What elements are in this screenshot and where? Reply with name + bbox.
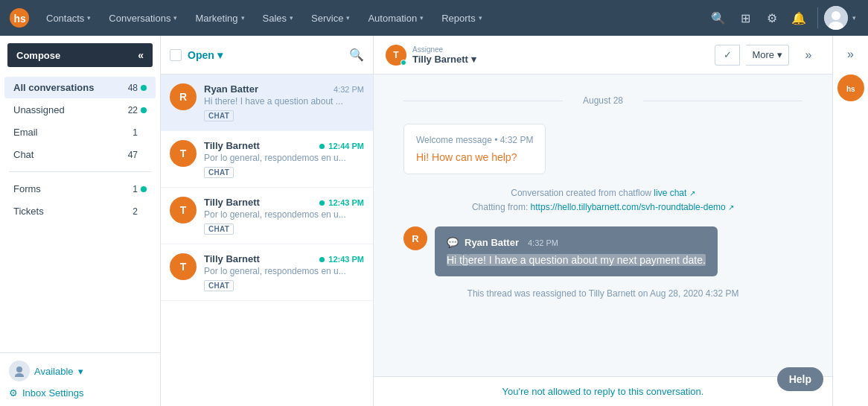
compose-button[interactable]: Compose « [7, 43, 153, 67]
assignee-name[interactable]: Tilly Barnett ▾ [412, 54, 476, 65]
right-panel: » hs [832, 36, 868, 406]
chatflow-url-link[interactable]: https://hello.tillybarnett.com/svh-round… [531, 202, 734, 212]
avatar: T [170, 140, 197, 167]
online-indicator [401, 60, 406, 66]
chat-footer: You're not allowed to reply to this conv… [374, 376, 832, 406]
chat-messages: August 28 Welcome message • 4:32 PM Hi! … [374, 74, 832, 376]
incoming-message-wrapper: R 💬 Ryan Batter 4:32 PM Hi there! I have… [403, 226, 802, 276]
nav-service[interactable]: Service ▾ [304, 8, 357, 28]
avatar-placeholder [9, 361, 30, 381]
account-chevron[interactable]: ▾ [849, 11, 859, 25]
left-sidebar: Compose « All conversations 48 Unassigne… [0, 36, 161, 406]
nav-contacts[interactable]: Contacts ▾ [39, 8, 98, 28]
chevron-down-icon: ▾ [241, 14, 245, 22]
check-button[interactable]: ✓ [715, 45, 740, 66]
reassign-note: This thread was reassigned to Tilly Barn… [403, 288, 802, 299]
unread-dot [141, 85, 147, 91]
conversation-item[interactable]: T Tilly Barnett 12:44 PM Por lo general,… [161, 131, 373, 188]
sidebar-separator [9, 171, 151, 172]
collapse-right-panel-button[interactable]: » [843, 43, 858, 66]
chevron-down-icon: ▾ [78, 366, 83, 377]
conv-list-header: Open ▾ 🔍 [161, 36, 373, 74]
sidebar-item-forms[interactable]: Forms 1 [4, 178, 156, 200]
sidebar-item-tickets[interactable]: Tickets 2 [4, 200, 156, 222]
conversation-items: R Ryan Batter 4:32 PM Hi there! I have a… [161, 74, 373, 406]
hubspot-logo[interactable]: hs [9, 7, 30, 28]
sender-avatar: R [403, 226, 427, 250]
inbox-settings-link[interactable]: ⚙ Inbox Settings [9, 387, 151, 399]
nav-sales[interactable]: Sales ▾ [255, 8, 301, 28]
date-divider: August 28 [403, 95, 802, 106]
chevron-down-icon: ▾ [777, 49, 782, 60]
unread-dot [141, 107, 147, 113]
nav-automation[interactable]: Automation ▾ [360, 8, 431, 28]
search-icon[interactable]: 🔍 [706, 5, 731, 31]
user-avatar[interactable] [824, 6, 848, 30]
chevron-down-icon: ▾ [346, 14, 350, 22]
app-body: Compose « All conversations 48 Unassigne… [0, 36, 868, 406]
svg-point-6 [15, 373, 24, 377]
svg-point-5 [16, 367, 22, 372]
welcome-message: Welcome message • 4:32 PM Hi! How can we… [403, 124, 546, 174]
sidebar-item-email[interactable]: Email 1 [4, 121, 156, 143]
sidebar-item-unassigned[interactable]: Unassigned 22 [4, 99, 156, 121]
marketplace-icon[interactable]: ⊞ [733, 5, 758, 31]
online-dot [319, 144, 325, 149]
notifications-icon[interactable]: 🔔 [786, 5, 811, 31]
nav-marketing[interactable]: Marketing ▾ [188, 8, 252, 28]
settings-icon: ⚙ [9, 387, 18, 399]
more-button[interactable]: More ▾ [746, 45, 789, 66]
header-actions: ✓ More ▾ [715, 45, 789, 66]
collapse-panel-button[interactable]: » [797, 43, 820, 67]
nav-icons: 🔍 ⊞ ⚙ 🔔 ▾ [706, 5, 859, 31]
chevron-down-icon: ▾ [852, 14, 856, 22]
sidebar-footer: Available ▾ ⚙ Inbox Settings [0, 352, 160, 406]
avatar: R [170, 83, 197, 110]
conversation-item[interactable]: T Tilly Barnett 12:43 PM Por lo general,… [161, 188, 373, 244]
chevron-down-icon: ▾ [479, 14, 482, 22]
svg-text:hs: hs [14, 13, 27, 25]
chat-header: T Assignee Tilly Barnett ▾ ✓ More ▾ [374, 36, 832, 74]
chatflow-info: Conversation created from chatflow live … [403, 186, 802, 215]
svg-text:hs: hs [846, 85, 855, 93]
chevron-down-icon: ▾ [290, 14, 293, 22]
chevron-down-icon: ▾ [471, 54, 476, 65]
external-link-icon: ↗ [689, 189, 695, 197]
external-link-icon: ↗ [728, 203, 734, 212]
settings-icon[interactable]: ⚙ [759, 5, 785, 31]
chevron-down-icon: ▾ [420, 14, 424, 22]
conversation-item[interactable]: T Tilly Barnett 12:43 PM Por lo general,… [161, 244, 373, 301]
assignee-area: T Assignee Tilly Barnett ▾ [386, 45, 707, 66]
nav-divider [817, 7, 818, 28]
nav-conversations[interactable]: Conversations ▾ [101, 8, 185, 28]
assignee-avatar: T [386, 45, 406, 66]
sidebar-item-chat[interactable]: Chat 47 [4, 144, 156, 165]
nav-reports[interactable]: Reports ▾ [434, 8, 490, 28]
open-filter-button[interactable]: Open ▾ [188, 49, 223, 61]
help-button[interactable]: Help [777, 367, 823, 391]
chevron-down-icon: ▾ [173, 14, 177, 22]
sidebar-nav: All conversations 48 Unassigned 22 Email… [0, 72, 160, 352]
live-chat-link[interactable]: live chat ↗ [654, 188, 695, 198]
hubspot-icon[interactable]: hs [837, 74, 864, 101]
sidebar-item-all-conversations[interactable]: All conversations 48 [4, 77, 156, 98]
collapse-icon: « [138, 49, 144, 61]
avatar: T [170, 253, 197, 280]
top-nav: hs Contacts ▾ Conversations ▾ Marketing … [0, 0, 868, 36]
unread-dot [141, 186, 147, 192]
chevron-down-icon: ▾ [87, 14, 91, 22]
conversation-list: Open ▾ 🔍 R Ryan Batter 4:32 PM Hi there!… [161, 36, 374, 406]
svg-point-3 [832, 11, 840, 20]
available-status-button[interactable]: Available ▾ [9, 361, 151, 381]
chevron-down-icon: ▾ [217, 49, 223, 61]
conversation-item[interactable]: R Ryan Batter 4:32 PM Hi there! I have a… [161, 74, 373, 131]
search-icon[interactable]: 🔍 [349, 48, 364, 62]
chat-main: T Assignee Tilly Barnett ▾ ✓ More ▾ [374, 36, 832, 406]
select-all-checkbox[interactable] [170, 49, 182, 61]
incoming-message: 💬 Ryan Batter 4:32 PM Hi there! I have a… [435, 226, 718, 276]
avatar: T [170, 197, 197, 223]
online-dot [319, 200, 325, 206]
online-dot [319, 257, 325, 262]
chat-icon: 💬 [447, 237, 459, 248]
